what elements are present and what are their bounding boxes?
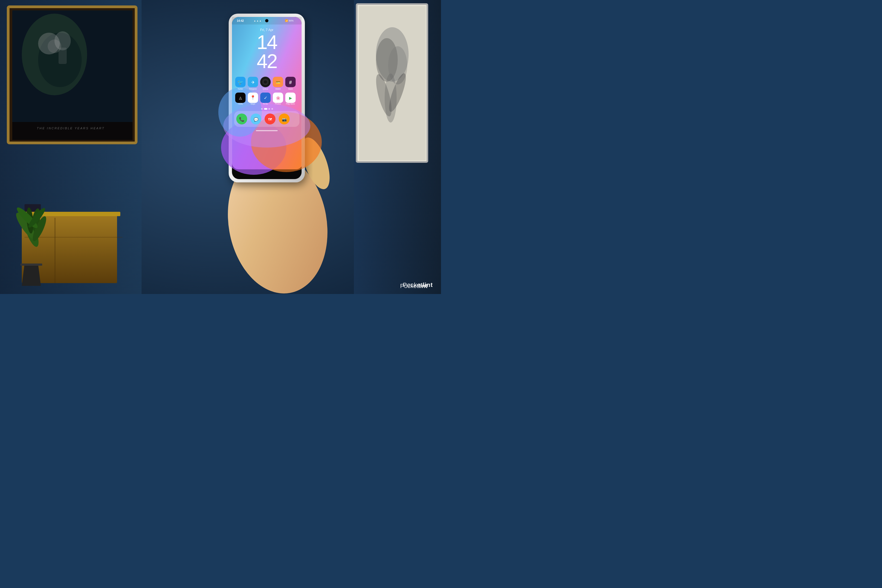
- watermark: Pocketlint: [403, 282, 433, 288]
- scene-illustration: THE INCREDIBLE YEARS HEART: [0, 0, 441, 294]
- svg-rect-25: [54, 218, 56, 283]
- svg-point-11: [54, 31, 71, 50]
- svg-rect-105: [232, 17, 302, 179]
- svg-text:THE INCREDIBLE YEARS HEART: THE INCREDIBLE YEARS HEART: [37, 127, 105, 130]
- svg-rect-26: [24, 237, 123, 238]
- watermark-text: Pocketlint: [403, 282, 433, 288]
- svg-rect-12: [58, 48, 67, 64]
- svg-rect-29: [20, 264, 42, 266]
- svg-point-22: [385, 74, 397, 123]
- svg-marker-28: [22, 264, 41, 286]
- svg-rect-13: [12, 122, 133, 140]
